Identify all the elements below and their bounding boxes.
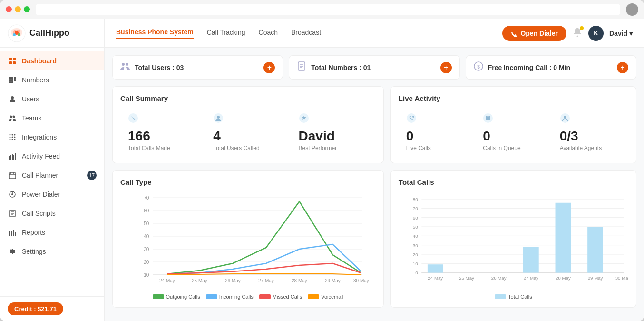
svg-point-20 — [12, 134, 13, 136]
sidebar-label-teams: Teams — [22, 114, 41, 122]
svg-text:10: 10 — [144, 272, 149, 278]
sidebar: CallHippo Dashboard Numbers — [0, 19, 105, 321]
svg-point-61 — [407, 113, 416, 123]
call-summary-card: Call Summary 166 Total Calls Made — [112, 86, 384, 163]
svg-point-2 — [13, 33, 16, 36]
maximize-dot[interactable] — [24, 6, 30, 12]
sidebar-item-integrations[interactable]: Integrations — [0, 128, 104, 147]
sidebar-item-reports[interactable]: Reports — [0, 223, 104, 242]
stat-text-numbers: Total Numbers : 01 — [311, 64, 371, 71]
close-dot[interactable] — [6, 6, 12, 12]
sidebar-item-power-dialer[interactable]: Power Dialer — [0, 185, 104, 204]
stat-info-users: Total Users : 03 — [120, 61, 184, 73]
dashboard-icon — [8, 56, 17, 66]
calls-in-queue-num: 0 — [483, 129, 544, 144]
add-user-button[interactable]: + — [263, 62, 275, 73]
svg-point-25 — [10, 139, 11, 140]
power-dialer-icon — [8, 190, 17, 199]
svg-point-21 — [14, 134, 16, 136]
svg-text:26 May: 26 May — [491, 275, 507, 281]
legend-missed: Missed Calls — [259, 294, 302, 300]
user-name-label[interactable]: David ▾ — [609, 30, 633, 37]
svg-rect-47 — [15, 232, 16, 236]
legend-voicemail-color — [308, 294, 319, 299]
dollar-icon: $ — [474, 61, 483, 71]
numbers-icon — [8, 75, 17, 85]
topnav-link-coach[interactable]: Coach — [259, 29, 278, 38]
svg-text:20: 20 — [413, 252, 418, 257]
total-users-called-label: Total Users Called — [213, 145, 283, 151]
window-controls — [6, 6, 30, 12]
svg-text:40: 40 — [144, 234, 149, 239]
svg-point-3 — [18, 33, 20, 36]
legend-outgoing: Outgoing Calls — [153, 294, 200, 300]
svg-text:60: 60 — [144, 208, 149, 213]
content-area: Total Users : 03 + Total Numbers : 01 — [105, 48, 644, 321]
svg-text:30: 30 — [144, 247, 149, 252]
open-dialer-button[interactable]: Open Dialer — [502, 26, 566, 41]
sidebar-nav: Dashboard Numbers Users — [0, 48, 104, 296]
legend-total-calls: Total Calls — [495, 294, 532, 300]
svg-text:26 May: 26 May — [225, 278, 241, 283]
add-free-incoming-button[interactable]: + — [617, 62, 628, 73]
bar-27-may — [523, 247, 539, 273]
sidebar-item-activity-feed[interactable]: Activity Feed — [0, 147, 104, 166]
sidebar-label-settings: Settings — [22, 248, 46, 255]
topnav-link-bps[interactable]: Business Phone System — [116, 28, 194, 39]
svg-rect-46 — [13, 230, 14, 236]
minimize-dot[interactable] — [15, 6, 21, 12]
topnav-link-broadcast[interactable]: Broadcast — [291, 29, 321, 38]
sidebar-item-users[interactable]: Users — [0, 90, 104, 109]
credit-button[interactable]: Credit : $21.71 — [8, 302, 63, 315]
svg-point-67 — [564, 116, 566, 119]
legend-missed-color — [259, 294, 271, 299]
sidebar-item-teams[interactable]: Teams — [0, 109, 104, 128]
gear-icon — [8, 247, 17, 256]
live-activity-card: Live Activity 0 Live Calls — [390, 86, 636, 163]
sidebar-label-call-planner: Call Planner — [22, 171, 58, 179]
live-calls-icon — [406, 113, 467, 126]
call-type-title: Call Type — [120, 178, 376, 186]
sidebar-item-call-scripts[interactable]: Call Scripts — [0, 204, 104, 223]
legend-incoming-label: Incoming Calls — [219, 294, 254, 300]
sidebar-item-call-planner[interactable]: Call Planner 17 — [0, 166, 104, 185]
stat-total-users-called: 4 Total Users Called — [205, 109, 291, 155]
svg-text:30: 30 — [413, 243, 418, 248]
sidebar-item-numbers[interactable]: Numbers — [0, 70, 104, 90]
call-type-chart-card: Call Type — [112, 170, 384, 308]
svg-rect-15 — [11, 81, 13, 83]
total-calls-chart-container: 80 70 60 50 40 30 20 10 0 — [399, 193, 628, 290]
logo-icon — [8, 24, 26, 42]
legend-incoming: Incoming Calls — [206, 294, 254, 300]
topnav-link-call-tracking[interactable]: Call Tracking — [207, 29, 245, 38]
svg-text:25 May: 25 May — [459, 275, 474, 281]
legend-voicemail: Voicemail — [308, 294, 343, 300]
url-bar[interactable] — [36, 4, 620, 15]
dollar-stat-icon: $ — [474, 61, 483, 73]
numbers-stat-icon — [297, 61, 306, 73]
sidebar-item-settings[interactable]: Settings — [0, 242, 104, 261]
sidebar-label-activity-feed: Activity Feed — [22, 152, 60, 160]
notification-bell[interactable] — [572, 27, 583, 40]
total-calls-svg: 80 70 60 50 40 30 20 10 0 — [399, 193, 628, 288]
legend-outgoing-color — [153, 294, 164, 299]
svg-text:50: 50 — [144, 221, 149, 226]
svg-rect-8 — [9, 77, 11, 79]
svg-point-38 — [11, 193, 13, 195]
live-stats: 0 Live Calls 0 Calls In Queue — [399, 109, 628, 155]
integrations-icon — [8, 132, 17, 142]
svg-text:10: 10 — [413, 261, 418, 266]
svg-point-27 — [14, 139, 16, 140]
sidebar-label-dashboard: Dashboard — [22, 57, 57, 65]
svg-text:70: 70 — [413, 206, 418, 211]
total-calls-made-label: Total Calls Made — [128, 145, 197, 151]
svg-text:0: 0 — [415, 271, 418, 276]
svg-text:24 May: 24 May — [159, 278, 175, 283]
svg-text:29 May: 29 May — [325, 278, 341, 283]
sidebar-item-dashboard[interactable]: Dashboard — [0, 51, 104, 70]
add-number-button[interactable]: + — [440, 62, 452, 73]
svg-rect-12 — [11, 79, 13, 81]
best-performer-num: David — [299, 129, 368, 144]
bar-25-may — [428, 264, 443, 272]
svg-point-26 — [12, 139, 13, 140]
